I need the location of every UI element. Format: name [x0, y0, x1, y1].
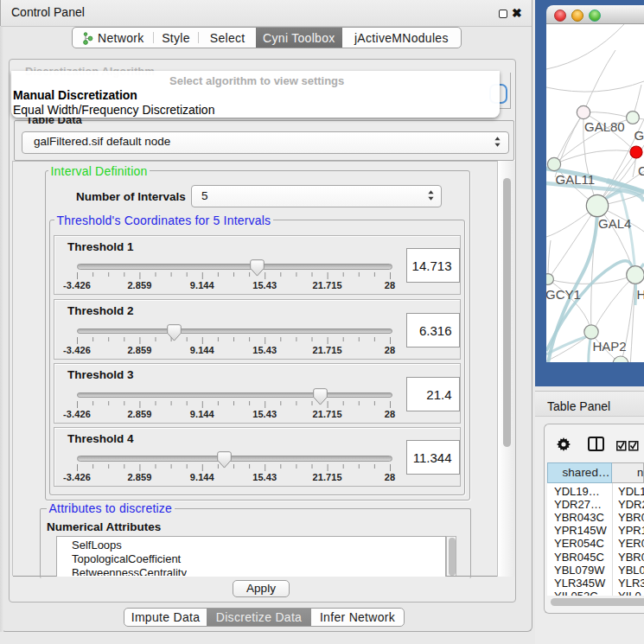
- svg-text:HAP2: HAP2: [593, 339, 627, 354]
- svg-text:GCY1: GCY1: [546, 287, 581, 302]
- svg-text:GAL11: GAL11: [556, 172, 596, 187]
- svg-text:GAL4: GAL4: [598, 216, 631, 231]
- svg-text:H: H: [637, 287, 644, 302]
- svg-text:G.: G.: [634, 128, 644, 143]
- svg-text:C: C: [638, 163, 644, 178]
- svg-text:GAL80: GAL80: [584, 119, 625, 134]
